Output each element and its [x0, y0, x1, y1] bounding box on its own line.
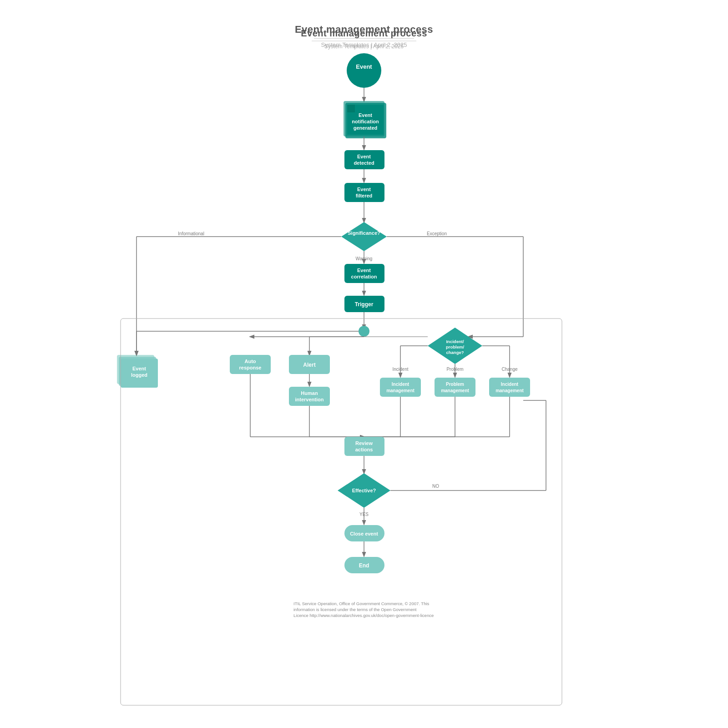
exception-label: Exception: [427, 231, 447, 236]
svg-text:notification: notification: [352, 119, 379, 124]
svg-text:intervention: intervention: [295, 397, 324, 402]
no-label: NO: [432, 484, 439, 489]
svg-text:Human: Human: [301, 390, 318, 396]
svg-text:Significance?: Significance?: [348, 230, 380, 236]
svg-text:logged: logged: [131, 372, 147, 378]
svg-text:Event: Event: [132, 366, 146, 371]
svg-subtitle: System Templates | April 2, 2025: [324, 43, 404, 50]
svg-text:Trigger: Trigger: [355, 301, 374, 308]
svg-text:correlation: correlation: [351, 274, 377, 279]
footer-line1: ITIL Service Operation, Office of Govern…: [293, 601, 430, 606]
svg-text:management: management: [495, 388, 524, 393]
svg-text:Incident: Incident: [501, 382, 519, 387]
informational-label: Informational: [178, 231, 204, 236]
event-node[interactable]: [347, 53, 381, 88]
svg-title: Event management process: [301, 28, 427, 38]
svg-text:filtered: filtered: [356, 193, 373, 198]
svg-text:Alert: Alert: [303, 362, 315, 368]
svg-text:Incident/: Incident/: [446, 339, 464, 344]
svg-text:Event: Event: [357, 187, 371, 192]
filtered-node[interactable]: [344, 183, 384, 202]
event-label: Event: [356, 63, 372, 70]
svg-text:Event: Event: [357, 268, 371, 273]
footer-line3: Licence http://www.nationalarchives.gov.…: [293, 613, 434, 618]
svg-text:detected: detected: [354, 160, 374, 166]
svg-text:End: End: [359, 562, 369, 569]
svg-text:actions: actions: [355, 447, 373, 452]
svg-marker-1: [347, 105, 355, 112]
outer-box: [121, 318, 562, 705]
svg-text:problem/: problem/: [446, 344, 464, 349]
footer-line2: information is licensed under the terms …: [293, 607, 417, 612]
problem-mgmt-node[interactable]: [435, 378, 475, 397]
svg-text:Incident: Incident: [392, 382, 410, 387]
correlation-node[interactable]: [344, 264, 384, 283]
significance-diamond[interactable]: [341, 222, 387, 251]
svg-text:Event: Event: [357, 154, 371, 159]
svg-text:change?: change?: [446, 350, 464, 355]
svg-text:Review: Review: [355, 440, 373, 446]
review-actions-node[interactable]: [344, 437, 384, 456]
human-intervention-node[interactable]: [289, 387, 330, 406]
diagram-container: Event management process System Template…: [0, 0, 728, 728]
junction-circle: [359, 326, 369, 337]
svg-text:response: response: [239, 365, 262, 370]
notification-label: Event: [359, 112, 372, 118]
svg-text:Problem: Problem: [446, 382, 464, 387]
incident-mgmt-1-node[interactable]: [380, 378, 421, 397]
svg-text:Auto: Auto: [244, 359, 256, 364]
detected-node[interactable]: [344, 150, 384, 169]
svg-text:management: management: [386, 388, 415, 393]
auto-response-node[interactable]: [230, 355, 271, 374]
svg-text:Close event: Close event: [350, 531, 378, 536]
svg-text:Effective?: Effective?: [352, 488, 376, 493]
svg-text:management: management: [441, 388, 469, 393]
svg-text:generated: generated: [354, 125, 378, 131]
incident-mgmt-2-node[interactable]: [489, 378, 530, 397]
